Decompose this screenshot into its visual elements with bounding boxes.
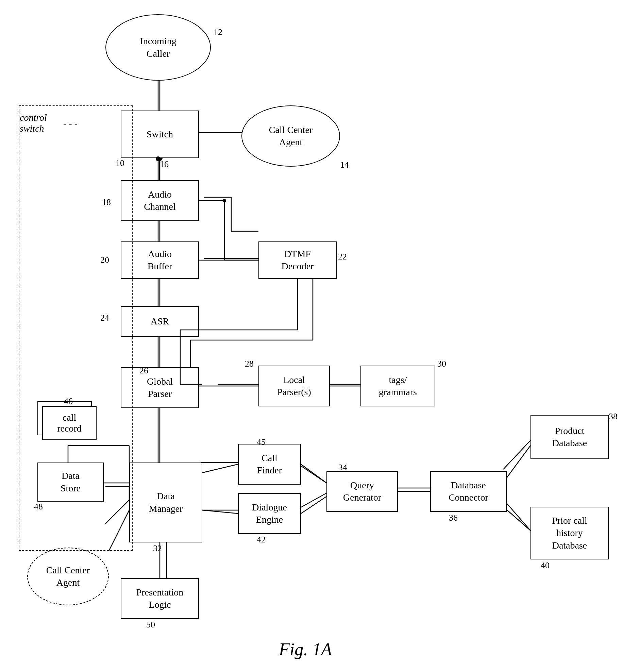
call-finder-label: CallFinder: [257, 452, 282, 477]
incoming-caller-label: IncomingCaller: [140, 35, 176, 60]
label-30: 30: [437, 359, 446, 369]
prior-call-history-node: Prior callhistoryDatabase: [531, 507, 609, 560]
svg-line-55: [301, 464, 326, 483]
label-34: 34: [338, 463, 347, 473]
call-center-agent-top-node: Call CenterAgent: [242, 106, 340, 167]
svg-line-59: [507, 503, 531, 531]
svg-line-23: [503, 440, 531, 469]
figure-label: Fig. 1A: [279, 639, 332, 659]
label-42: 42: [257, 535, 265, 545]
dialogue-engine-node: DialogueEngine: [238, 493, 301, 534]
label-28: 28: [245, 359, 254, 369]
svg-line-24: [503, 507, 531, 531]
global-parser-label: GlobalParser: [147, 375, 173, 400]
dtmf-decoder-node: DTMFDecoder: [258, 242, 337, 279]
product-database-node: ProductDatabase: [531, 415, 609, 459]
label-38: 38: [609, 411, 617, 422]
svg-line-54: [202, 510, 238, 513]
query-generator-node: QueryGenerator: [326, 471, 398, 512]
label-14: 14: [340, 160, 349, 170]
svg-line-58: [507, 445, 531, 478]
label-16: 16: [160, 159, 169, 169]
data-manager-node: DataManager: [129, 463, 202, 543]
label-50: 50: [146, 620, 155, 630]
svg-point-62: [223, 199, 226, 202]
tags-grammars-node: tags/grammars: [360, 366, 435, 407]
tags-grammars-label: tags/grammars: [379, 374, 417, 399]
label-22: 22: [338, 252, 347, 262]
incoming-caller-node: IncomingCaller: [106, 14, 211, 81]
call-center-agent-bottom-node: Call CenterAgent: [27, 548, 109, 605]
product-database-label: ProductDatabase: [552, 425, 587, 450]
control-switch-label: controlswitch: [20, 112, 47, 134]
switch-label: Switch: [147, 128, 173, 140]
database-connector-node: DatabaseConnector: [430, 471, 507, 512]
svg-line-53: [202, 464, 238, 473]
svg-line-56: [301, 496, 326, 513]
dialogue-engine-label: DialogueEngine: [252, 501, 287, 526]
call-finder-node: CallFinder: [238, 444, 301, 485]
label-12: 12: [214, 27, 222, 37]
control-switch-dashes: - - -: [63, 118, 78, 129]
audio-channel-label: AudioChannel: [144, 188, 176, 213]
asr-label: ASR: [151, 315, 169, 328]
presentation-logic-node: PresentationLogic: [121, 578, 199, 619]
label-32: 32: [153, 544, 162, 554]
call-center-agent-top-label: Call CenterAgent: [269, 124, 313, 149]
data-manager-label: DataManager: [149, 490, 183, 515]
label-40: 40: [541, 560, 549, 571]
audio-buffer-label: AudioBuffer: [148, 248, 173, 273]
label-36: 36: [449, 513, 458, 523]
local-parsers-node: LocalParser(s): [258, 366, 330, 407]
control-switch-boundary: [19, 106, 133, 551]
prior-call-history-label: Prior callhistoryDatabase: [552, 515, 587, 552]
local-parsers-label: LocalParser(s): [277, 374, 311, 399]
label-45: 45: [257, 437, 265, 447]
presentation-logic-label: PresentationLogic: [136, 586, 183, 611]
database-connector-label: DatabaseConnector: [449, 479, 488, 504]
query-generator-label: QueryGenerator: [343, 479, 381, 504]
dtmf-decoder-label: DTMFDecoder: [282, 248, 314, 273]
label-26: 26: [139, 366, 148, 376]
call-center-agent-bottom-label: Call CenterAgent: [46, 564, 90, 589]
